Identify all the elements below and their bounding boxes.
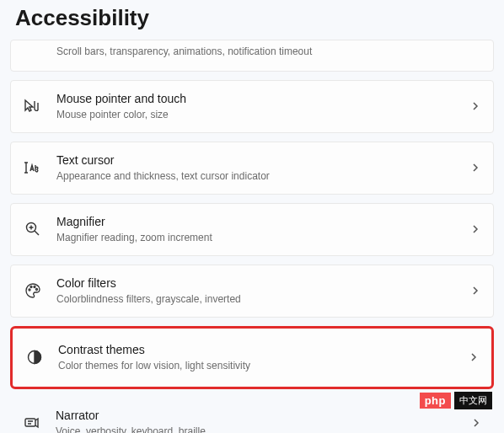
item-title: Contrast themes (58, 342, 461, 357)
settings-item-contrast-themes[interactable]: Contrast themes Color themes for low vis… (10, 326, 494, 389)
mouse-pointer-icon (23, 96, 43, 116)
item-title: Text cursor (56, 152, 463, 168)
settings-list: Scroll bars, transparency, animations, n… (0, 40, 504, 433)
svg-point-4 (36, 289, 38, 291)
svg-point-3 (34, 286, 35, 288)
item-subtitle: Appearance and thickness, text cursor in… (56, 169, 463, 184)
item-subtitle: Voice, verbosity, keyboard, braille (56, 425, 464, 433)
item-subtitle: Mouse pointer color, size (56, 108, 463, 122)
item-subtitle: Colorblindness filters, grayscale, inver… (56, 292, 463, 307)
settings-item-visual-effects[interactable]: Scroll bars, transparency, animations, n… (10, 40, 494, 72)
text-cursor-icon (23, 158, 43, 178)
svg-rect-6 (25, 419, 35, 426)
settings-item-text-cursor[interactable]: Text cursor Appearance and thickness, te… (10, 142, 494, 195)
item-text: Magnifier Magnifier reading, zoom increm… (56, 214, 463, 245)
page-title: Accessibility (0, 0, 504, 40)
settings-item-color-filters[interactable]: Color filters Colorblindness filters, gr… (10, 265, 494, 318)
item-title: Mouse pointer and touch (56, 91, 463, 106)
item-subtitle: Magnifier reading, zoom increment (56, 231, 463, 245)
chevron-right-icon (468, 351, 480, 363)
watermark-left: php (420, 393, 451, 409)
item-text: Contrast themes Color themes for low vis… (58, 342, 461, 373)
item-title: Magnifier (56, 214, 463, 229)
item-text: Narrator Voice, verbosity, keyboard, bra… (56, 408, 464, 433)
chevron-right-icon (469, 162, 481, 174)
chevron-right-icon (469, 100, 481, 112)
chevron-right-icon (469, 285, 481, 297)
watermark-right: 中文网 (454, 392, 492, 409)
item-text: Text cursor Appearance and thickness, te… (56, 152, 463, 184)
item-subtitle: Color themes for low vision, light sensi… (58, 359, 461, 373)
chevron-right-icon (469, 223, 481, 235)
settings-item-mouse-pointer[interactable]: Mouse pointer and touch Mouse pointer co… (10, 80, 494, 133)
magnifier-icon (23, 219, 43, 239)
item-title: Color filters (56, 275, 463, 291)
item-text: Color filters Colorblindness filters, gr… (56, 275, 463, 307)
svg-point-1 (29, 289, 30, 291)
watermark: php 中文网 (420, 392, 492, 409)
contrast-icon (24, 347, 45, 367)
palette-icon (23, 281, 43, 301)
item-text: Mouse pointer and touch Mouse pointer co… (56, 91, 463, 122)
narrator-icon (22, 413, 42, 433)
svg-point-2 (30, 286, 32, 288)
settings-item-magnifier[interactable]: Magnifier Magnifier reading, zoom increm… (10, 203, 494, 256)
item-text: Scroll bars, transparency, animations, n… (56, 43, 481, 59)
item-subtitle: Scroll bars, transparency, animations, n… (56, 45, 481, 59)
chevron-right-icon (470, 417, 482, 429)
item-title: Narrator (56, 408, 464, 423)
